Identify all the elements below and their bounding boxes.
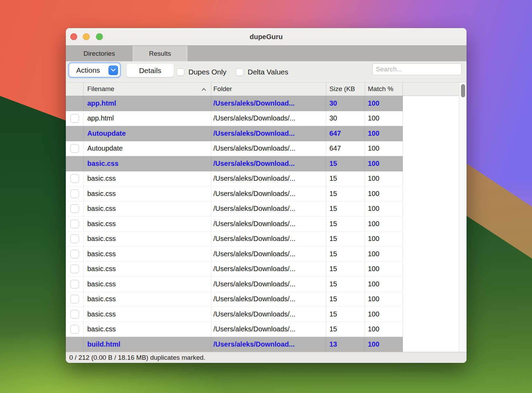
- dupeguru-window: dupeGuru Directories Results Actions Det…: [66, 28, 467, 363]
- row-match: 100: [365, 186, 403, 202]
- table-row[interactable]: basic.css /Users/aleks/Downloads/... 15 …: [66, 186, 467, 202]
- table-row[interactable]: basic.css /Users/aleks/Downloads/... 15 …: [66, 262, 467, 277]
- zoom-button[interactable]: [96, 33, 103, 40]
- row-checkbox[interactable]: [70, 265, 79, 273]
- table-row[interactable]: build.html /Users/aleks/Download... 13 1…: [66, 337, 467, 352]
- tab-results[interactable]: Results: [133, 46, 187, 61]
- close-button[interactable]: [70, 33, 77, 40]
- row-filler: [403, 292, 467, 307]
- delta-values-checkbox[interactable]: [236, 68, 243, 76]
- row-filler: [403, 171, 467, 187]
- row-checkbox[interactable]: [70, 280, 79, 288]
- delta-values-label: Delta Values: [248, 68, 289, 76]
- row-filler: [403, 322, 467, 337]
- dupes-only-checkbox[interactable]: [177, 68, 184, 76]
- row-filler: [403, 126, 467, 141]
- table-row[interactable]: Autoupdate /Users/aleks/Downloads/... 64…: [66, 141, 467, 157]
- status-bar: 0 / 212 (0.00 B / 18.16 MB) duplicates m…: [66, 352, 467, 363]
- table-row[interactable]: basic.css /Users/aleks/Downloads/... 15 …: [66, 322, 467, 337]
- minimize-button[interactable]: [83, 33, 90, 40]
- titlebar[interactable]: dupeGuru: [66, 28, 467, 45]
- header-filename[interactable]: Filename: [83, 82, 211, 96]
- row-size: 30: [326, 96, 365, 111]
- row-filler: [403, 216, 467, 232]
- table-row[interactable]: basic.css /Users/aleks/Download... 15 10…: [66, 156, 467, 171]
- row-filler: [403, 186, 467, 202]
- details-button-label: Details: [139, 66, 161, 74]
- row-match: 100: [365, 292, 403, 307]
- header-filler: [403, 82, 467, 96]
- row-size: 15: [326, 202, 365, 217]
- table-row[interactable]: basic.css /Users/aleks/Downloads/... 15 …: [66, 307, 467, 322]
- row-checkbox[interactable]: [70, 295, 79, 303]
- toolbar: Actions Details Dupes Only Delta Values: [66, 61, 467, 82]
- row-match: 100: [365, 96, 403, 111]
- row-match: 100: [365, 322, 403, 337]
- row-filename: Autoupdate: [83, 141, 211, 157]
- table-row[interactable]: basic.css /Users/aleks/Downloads/... 15 …: [66, 292, 467, 307]
- row-size: 15: [326, 186, 365, 202]
- vertical-scrollbar[interactable]: [459, 82, 467, 352]
- row-folder: /Users/aleks/Download...: [211, 96, 326, 111]
- table-row[interactable]: basic.css /Users/aleks/Downloads/... 15 …: [66, 202, 467, 217]
- table-row[interactable]: basic.css /Users/aleks/Downloads/... 15 …: [66, 216, 467, 232]
- row-filename: basic.css: [83, 322, 211, 337]
- row-checkbox[interactable]: [70, 220, 79, 228]
- status-text: 0 / 212 (0.00 B / 18.16 MB) duplicates m…: [69, 354, 205, 361]
- scrollbar-thumb[interactable]: [461, 84, 465, 97]
- row-folder: /Users/aleks/Downloads/...: [211, 141, 326, 157]
- row-filler: [403, 232, 467, 247]
- row-size: 15: [326, 156, 365, 171]
- row-checkbox[interactable]: [70, 325, 79, 333]
- row-checkbox[interactable]: [70, 114, 79, 123]
- row-match: 100: [365, 337, 403, 352]
- row-filename: build.html: [83, 337, 211, 352]
- row-filename: app.html: [83, 111, 211, 126]
- row-checkbox[interactable]: [70, 310, 79, 319]
- tab-directories[interactable]: Directories: [66, 46, 133, 61]
- row-checkbox[interactable]: [70, 189, 79, 198]
- row-checkbox[interactable]: [70, 250, 79, 258]
- row-size: 647: [326, 126, 365, 141]
- table-row[interactable]: Autoupdate /Users/aleks/Download... 647 …: [66, 126, 467, 141]
- table-row[interactable]: basic.css /Users/aleks/Downloads/... 15 …: [66, 171, 467, 187]
- row-size: 30: [326, 111, 365, 126]
- tab-bar: Directories Results: [66, 45, 467, 61]
- row-match: 100: [365, 247, 403, 262]
- row-filename: Autoupdate: [83, 126, 211, 141]
- row-size: 647: [326, 141, 365, 157]
- table-row[interactable]: basic.css /Users/aleks/Downloads/... 15 …: [66, 232, 467, 247]
- row-checkbox[interactable]: [70, 174, 79, 183]
- row-checkbox[interactable]: [70, 234, 79, 243]
- table-row[interactable]: basic.css /Users/aleks/Downloads/... 15 …: [66, 247, 467, 262]
- header-match[interactable]: Match %: [365, 82, 403, 96]
- tab-directories-label: Directories: [83, 50, 115, 57]
- row-filename: basic.css: [83, 262, 211, 277]
- header-folder[interactable]: Folder: [211, 82, 326, 96]
- row-filename: basic.css: [83, 186, 211, 202]
- details-button[interactable]: Details: [126, 64, 174, 77]
- row-filename: basic.css: [83, 216, 211, 232]
- row-match: 100: [365, 141, 403, 157]
- actions-dropdown-label: Actions: [76, 66, 100, 74]
- row-size: 15: [326, 262, 365, 277]
- row-filename: basic.css: [83, 307, 211, 322]
- search-input[interactable]: [372, 63, 462, 75]
- row-match: 100: [365, 156, 403, 171]
- tab-results-label: Results: [149, 50, 171, 57]
- delta-values-option: Delta Values: [236, 61, 289, 82]
- row-folder: /Users/aleks/Downloads/...: [211, 247, 326, 262]
- row-size: 13: [326, 337, 365, 352]
- row-folder: /Users/aleks/Downloads/...: [211, 232, 326, 247]
- row-filename: basic.css: [83, 277, 211, 292]
- row-filename: basic.css: [83, 247, 211, 262]
- row-checkbox[interactable]: [70, 144, 79, 153]
- header-size[interactable]: Size (KB: [326, 82, 365, 96]
- row-checkbox[interactable]: [70, 204, 79, 213]
- table-row[interactable]: app.html /Users/aleks/Downloads/... 30 1…: [66, 111, 467, 126]
- table-row[interactable]: basic.css /Users/aleks/Downloads/... 15 …: [66, 277, 467, 292]
- table-row[interactable]: app.html /Users/aleks/Download... 30 100: [66, 96, 467, 111]
- row-size: 15: [326, 216, 365, 232]
- row-size: 15: [326, 307, 365, 322]
- actions-dropdown[interactable]: Actions: [69, 63, 120, 77]
